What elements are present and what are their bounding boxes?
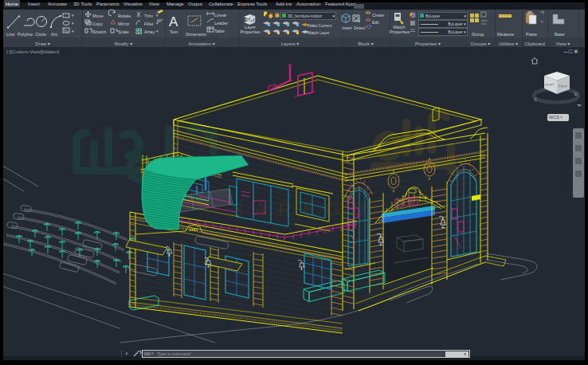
svg-text:A: A	[169, 14, 178, 29]
svg-text:▾: ▾	[72, 21, 74, 26]
svg-text:▾: ▾	[72, 13, 74, 18]
svg-text:3AREGO: 3AREGO	[233, 199, 377, 220]
svg-text:1983: 1983	[189, 227, 198, 232]
svg-text:▾: ▾	[156, 13, 159, 18]
svg-text:▾: ▾	[72, 29, 74, 33]
svg-text:▾: ▾	[156, 29, 159, 33]
